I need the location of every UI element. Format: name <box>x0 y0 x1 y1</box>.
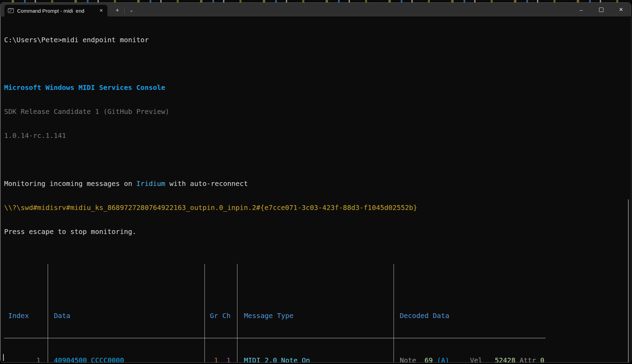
table-header-row: Index Data Gr Ch Message Type Decoded Da… <box>4 312 546 320</box>
table-body: 140904500 CCCC0000 1 1MIDI 2.0 Note OnNo… <box>4 356 546 363</box>
column-separator <box>204 264 205 363</box>
cell-decoded-data: Note 69 (A) Vel 52428 Attr 0 <box>394 356 546 363</box>
escape-hint: Press escape to stop monitoring. <box>4 228 631 236</box>
header-message-type: Message Type <box>237 312 394 320</box>
background-screen-sliver <box>0 0 632 2</box>
terminal-output: C:\Users\Pete>midi endpoint monitor Micr… <box>1 16 631 363</box>
header-group-channel: Gr Ch <box>205 312 237 320</box>
titlebar[interactable]: Command Prompt - midi end ✕ + ⌄ – ✕ <box>0 3 631 16</box>
endpoint-name: Iridium <box>136 179 165 188</box>
tab-bar-divider <box>124 8 125 14</box>
cell-index: 1 <box>4 356 48 363</box>
column-separator <box>237 264 237 363</box>
column-separator <box>394 264 394 363</box>
app-title: Microsoft Windows MIDI Services Console <box>4 84 631 92</box>
tab-dropdown-button[interactable]: ⌄ <box>126 5 137 16</box>
terminal-window: Command Prompt - midi end ✕ + ⌄ – ✕ C:\U… <box>0 2 631 363</box>
minimize-icon: – <box>580 7 583 13</box>
monitoring-status-line: Monitoring incoming messages on Iridium … <box>4 180 631 188</box>
cell-data: 40904500 CCCC0000 <box>48 356 205 363</box>
app-subtitle: SDK Release Candidate 1 (GitHub Preview) <box>4 108 631 116</box>
maximize-icon <box>599 8 604 12</box>
text-cursor <box>3 354 4 361</box>
midi-message-table: Index Data Gr Ch Message Type Decoded Da… <box>4 264 546 363</box>
prompt-line: C:\Users\Pete>midi endpoint monitor <box>4 36 631 44</box>
close-button[interactable]: ✕ <box>611 3 631 16</box>
column-separator <box>48 264 48 363</box>
cell-message-type: MIDI 2.0 Note On <box>237 356 394 363</box>
minimize-button[interactable]: – <box>571 3 591 16</box>
terminal-viewport[interactable]: C:\Users\Pete>midi endpoint monitor Micr… <box>0 16 631 362</box>
table-row: 140904500 CCCC0000 1 1MIDI 2.0 Note OnNo… <box>4 356 546 363</box>
app-version: 1.0.14-rc.1.141 <box>4 132 631 140</box>
tab-command-prompt[interactable]: Command Prompt - midi end ✕ <box>4 5 107 16</box>
close-icon: ✕ <box>619 7 623 13</box>
header-decoded-data: Decoded Data <box>394 312 546 320</box>
header-data: Data <box>48 312 205 320</box>
header-index: Index <box>4 312 48 320</box>
tab-close-icon[interactable]: ✕ <box>98 7 105 14</box>
new-tab-button[interactable]: + <box>112 5 123 16</box>
endpoint-path: \\?\swd#midisrv#midiu_ks_868972728076492… <box>4 204 631 212</box>
scrollbar-thumb[interactable] <box>628 199 629 363</box>
tab-title: Command Prompt - midi end <box>17 8 98 14</box>
command-prompt-icon <box>8 8 14 13</box>
maximize-button[interactable] <box>591 3 611 16</box>
cell-group-channel: 1 1 <box>205 356 237 363</box>
header-rule <box>4 338 546 338</box>
